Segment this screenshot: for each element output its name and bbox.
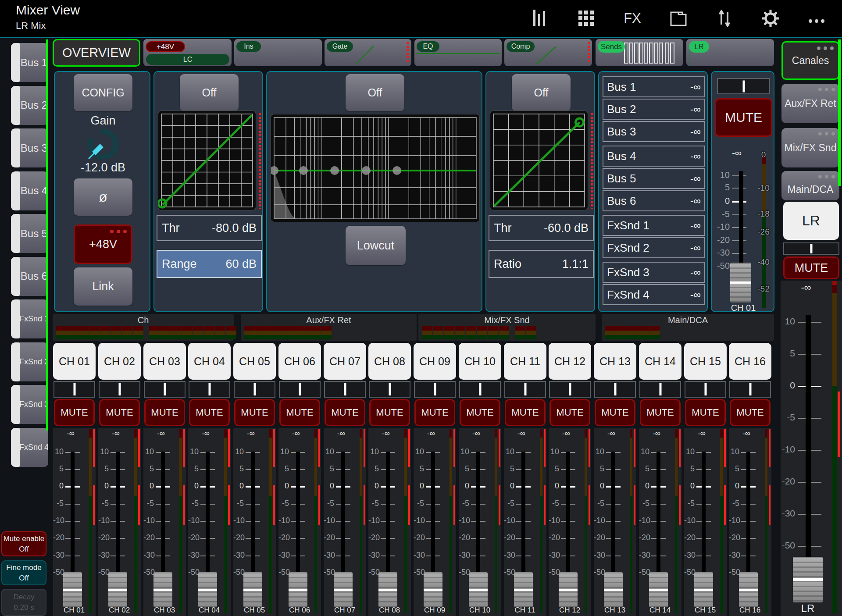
channel-pan[interactable]	[234, 381, 275, 398]
send-row-fxsnd4[interactable]: FxSnd 4-∞	[603, 284, 705, 305]
tab-overview[interactable]: OVERVIEW	[53, 39, 140, 67]
sidebar-item-fxsnd2[interactable]: FxSnd 2	[11, 342, 48, 381]
sidebar-item-fxsnd4[interactable]: FxSnd 4	[11, 428, 48, 467]
channel-select-button[interactable]: CH 15	[684, 343, 727, 380]
tab-gate[interactable]: Gate	[325, 39, 411, 66]
channel-mute-button[interactable]: MUTE	[595, 399, 635, 426]
send-row-fxsnd1[interactable]: FxSnd 1-∞	[603, 215, 705, 236]
channel-select-button[interactable]: CH 12	[549, 343, 591, 380]
channel-mute-button[interactable]: MUTE	[640, 399, 681, 426]
fader-cap[interactable]	[63, 572, 82, 607]
send-row-bus5[interactable]: Bus 5-∞	[603, 168, 705, 189]
send-row-fxsnd3[interactable]: FxSnd 3-∞	[603, 262, 705, 283]
send-row-bus3[interactable]: Bus 3-∞	[603, 121, 705, 142]
channel-mute-button[interactable]: MUTE	[715, 98, 772, 137]
config-button[interactable]: CONFIG	[74, 74, 132, 111]
gate-state-button[interactable]: Off	[180, 74, 239, 111]
fader-cap[interactable]	[559, 572, 578, 607]
channel-mute-button[interactable]: MUTE	[730, 399, 771, 426]
comp-ratio-field[interactable]: Ratio1.1:1	[489, 250, 594, 278]
fader-cap[interactable]	[514, 572, 533, 607]
channel-pan[interactable]	[549, 381, 591, 398]
send-row-bus2[interactable]: Bus 2-∞	[603, 99, 705, 120]
channel-pan[interactable]	[144, 381, 186, 398]
tab-eq[interactable]: EQ	[414, 39, 502, 66]
sidebar-item-bus2[interactable]: Bus 2	[11, 86, 48, 125]
main-pan-slider[interactable]	[783, 242, 839, 255]
channel-pan[interactable]	[54, 381, 95, 398]
bank-maindca[interactable]: Main/DCA	[781, 171, 839, 200]
channel-pan[interactable]	[369, 381, 410, 398]
channel-pan[interactable]	[685, 381, 726, 398]
channel-select-button[interactable]: CH 11	[504, 343, 546, 380]
channel-mute-button[interactable]: MUTE	[549, 399, 590, 426]
channel-select-button[interactable]: CH 03	[143, 343, 186, 380]
fader-cap[interactable]	[649, 572, 668, 607]
channel-pan[interactable]	[279, 381, 321, 398]
fader-cap[interactable]	[198, 572, 217, 607]
gate-range-field[interactable]: Range60 dB	[157, 250, 262, 278]
toggle-fine-mode[interactable]: Fine modeOff	[1, 560, 46, 585]
gate-thr-field[interactable]: Thr-80.0 dB	[157, 215, 262, 241]
send-row-bus4[interactable]: Bus 4-∞	[603, 146, 705, 167]
channel-mute-button[interactable]: MUTE	[460, 399, 500, 426]
settings-icon[interactable]	[760, 9, 781, 28]
sidebar-item-bus1[interactable]: Bus 1	[11, 43, 48, 82]
toggle-mute-enable[interactable]: Mute enableOff	[1, 531, 46, 556]
channel-select-button[interactable]: CH 09	[414, 343, 456, 380]
send-row-bus6[interactable]: Bus 6-∞	[603, 190, 705, 211]
fader-cap[interactable]	[424, 572, 442, 607]
channel-mute-button[interactable]: MUTE	[279, 399, 320, 426]
link-button[interactable]: Link	[74, 267, 132, 306]
send-row-fxsnd2[interactable]: FxSnd 2-∞	[603, 237, 705, 258]
channel-mute-button[interactable]: MUTE	[99, 399, 140, 426]
main-lr-button[interactable]: LR	[783, 202, 839, 240]
channel-pan[interactable]	[594, 381, 636, 398]
channel-pan[interactable]	[189, 381, 230, 398]
fader-cap[interactable]	[378, 572, 397, 607]
channel-pan[interactable]	[639, 381, 681, 398]
eq-state-button[interactable]: Off	[346, 74, 404, 111]
channel-pan[interactable]	[324, 381, 366, 398]
fader-cap[interactable]	[793, 557, 823, 602]
lowcut-button[interactable]: Lowcut	[346, 226, 406, 265]
tab-lr[interactable]: LR	[686, 39, 774, 66]
channel-pan[interactable]	[414, 381, 456, 398]
bank-mixfxsnd[interactable]: Mix/FX Snd	[781, 128, 839, 167]
fader-cap[interactable]	[289, 572, 307, 607]
sidebar-item-bus4[interactable]: Bus 4	[11, 171, 48, 210]
channel-mute-button[interactable]: MUTE	[234, 399, 275, 426]
comp-thr-field[interactable]: Thr-60.0 dB	[489, 215, 594, 241]
channel-mute-button[interactable]: MUTE	[369, 399, 410, 426]
eq-graph[interactable]	[271, 114, 480, 222]
fader-cap[interactable]	[334, 572, 353, 607]
tab-comp[interactable]: Comp	[504, 39, 592, 66]
tab-preamp[interactable]: +48V LC	[143, 39, 232, 66]
phase-button[interactable]: ø	[74, 178, 132, 216]
channel-mute-button[interactable]: MUTE	[414, 399, 455, 426]
channel-mute-button[interactable]: MUTE	[144, 399, 185, 426]
channel-select-button[interactable]: CH 04	[188, 343, 231, 380]
more-icon[interactable]	[806, 9, 827, 28]
meters-icon[interactable]	[530, 9, 551, 28]
channel-pan[interactable]	[459, 381, 501, 398]
bank-canales[interactable]: Canales	[781, 41, 839, 80]
grid-icon[interactable]	[576, 9, 597, 28]
channel-mute-button[interactable]: MUTE	[325, 399, 365, 426]
fader-cap[interactable]	[108, 572, 127, 607]
channel-mute-button[interactable]: MUTE	[189, 399, 230, 426]
channel-pan[interactable]	[504, 381, 546, 398]
channel-select-button[interactable]: CH 07	[324, 343, 366, 380]
channel-pan[interactable]	[99, 381, 140, 398]
channel-mute-button[interactable]: MUTE	[685, 399, 726, 426]
channel-pan-slider[interactable]	[717, 78, 770, 94]
folder-icon[interactable]	[668, 9, 689, 28]
sidebar-item-bus3[interactable]: Bus 3	[11, 128, 48, 167]
comp-state-button[interactable]: Off	[512, 74, 571, 111]
fx-icon[interactable]: FX	[622, 9, 643, 28]
channel-select-button[interactable]: CH 05	[233, 343, 276, 380]
channel-select-button[interactable]: CH 02	[98, 343, 141, 380]
channel-select-button[interactable]: CH 10	[459, 343, 501, 380]
transfer-icon[interactable]	[714, 9, 735, 28]
channel-select-button[interactable]: CH 06	[278, 343, 321, 380]
